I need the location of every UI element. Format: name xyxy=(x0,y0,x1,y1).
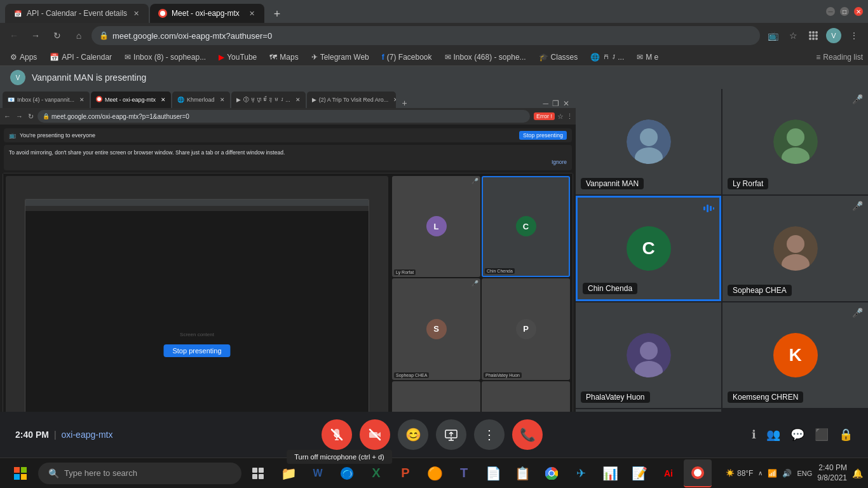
bookmark-khmer[interactable]: 🌐 ករ... xyxy=(585,51,629,63)
telegram-taskbar-icon[interactable]: ✈ xyxy=(567,459,595,487)
back-button[interactable]: ← xyxy=(5,27,23,44)
present-now-button[interactable] xyxy=(436,419,466,450)
emb-tab-2[interactable]: Meet - oxi-eapg-mtx ✕ xyxy=(91,92,171,108)
warning-text: To avoid mirroring, don't share your ent… xyxy=(9,149,567,157)
bookmark-inbox2[interactable]: ✉ Inbox (468) - sophe... xyxy=(440,51,531,63)
powerpoint-icon[interactable]: P xyxy=(391,459,419,487)
bookmark-facebook[interactable]: f (7) Facebook xyxy=(377,51,437,63)
emb-tab5-close[interactable]: ✕ xyxy=(393,97,395,103)
svg-point-56 xyxy=(694,469,702,477)
network-icon[interactable]: 📶 xyxy=(768,469,777,478)
forward-button[interactable]: → xyxy=(27,27,44,44)
profile-icon[interactable]: V xyxy=(825,27,843,44)
control-buttons: 😊 ⋮ 📞 xyxy=(322,419,543,450)
taskbar-search[interactable]: 🔍 Type here to search xyxy=(38,463,241,484)
bookmark-icon[interactable]: ☆ xyxy=(784,27,802,44)
emb-tab-3[interactable]: 🌐 Khmerload ✕ xyxy=(172,92,230,108)
reload-button[interactable]: ↻ xyxy=(48,27,66,44)
add-tab-btn[interactable]: + xyxy=(397,98,412,108)
tab2-close[interactable]: ✕ xyxy=(247,8,257,18)
telegram-icon: ✈ xyxy=(311,53,318,62)
bookmark-gmail-e[interactable]: ✉ M e xyxy=(632,51,663,63)
weather-widget[interactable]: ☀️ 88°F xyxy=(726,469,753,478)
app-icon-9[interactable]: 📋 xyxy=(508,459,536,487)
emb-restore[interactable]: ❐ xyxy=(552,99,559,108)
embedded-address[interactable]: 🔒 meet.google.com/oxi-eapg-mtx?p=1&authu… xyxy=(37,110,530,123)
meet-code: oxi-eapg-mtx xyxy=(62,430,113,440)
more-options-icon[interactable]: ⋮ xyxy=(845,27,863,44)
tab1-close[interactable]: ✕ xyxy=(131,8,141,18)
chrome-taskbar-icon[interactable] xyxy=(538,459,566,487)
maximize-button[interactable]: □ xyxy=(840,7,849,16)
emb-tab-5[interactable]: ▶ (2) A Trip To Visit Red Aro... ✕ xyxy=(307,92,396,108)
app-icon-11[interactable]: 📊 xyxy=(596,459,624,487)
activities-icon[interactable]: ⬛ xyxy=(815,428,829,442)
chrome-tab-2[interactable]: Meet - oxi-eapg-mtx ✕ xyxy=(150,4,264,23)
bookmark-classes[interactable]: 🎓 Classes xyxy=(534,51,583,63)
chrome-tab-1[interactable]: 📅 API - Calendar - Event details ✕ xyxy=(5,4,149,23)
bookmark-youtube[interactable]: ▶ YouTube xyxy=(214,51,262,63)
volume-icon[interactable]: 🔊 xyxy=(782,469,792,478)
bookmark-calendar[interactable]: 📅 API - Calendar xyxy=(44,51,117,63)
safety-icon[interactable]: 🔒 xyxy=(839,428,853,442)
participant-tile-ly: 🎤 Ly Rorfat xyxy=(722,89,868,194)
more-options-button[interactable]: ⋮ xyxy=(474,419,505,450)
app-icon-6[interactable]: 🟠 xyxy=(421,459,449,487)
emb-star[interactable]: ☆ xyxy=(557,112,564,121)
teams-icon[interactable]: T xyxy=(450,459,478,487)
app-icon-8[interactable]: 📄 xyxy=(479,459,507,487)
emb-reload[interactable]: ↻ xyxy=(27,112,35,121)
ignore-link[interactable]: Ignore xyxy=(552,158,567,166)
people-icon[interactable]: 👥 xyxy=(766,428,780,442)
emb-back[interactable]: ← xyxy=(3,112,12,120)
emb-close[interactable]: ✕ xyxy=(563,99,569,108)
vanpannit-photo xyxy=(627,119,671,164)
end-call-button[interactable]: 📞 xyxy=(512,419,543,450)
bookmark-apps[interactable]: ⚙ Apps xyxy=(5,51,42,63)
chat-icon[interactable]: 💬 xyxy=(790,428,804,442)
camera-button[interactable] xyxy=(360,419,390,450)
emb-tab-1[interactable]: 📧 Inbox (4) - vanpannit... ✕ xyxy=(3,92,90,108)
emb-forward[interactable]: → xyxy=(15,112,24,120)
reactions-button[interactable]: 😊 xyxy=(398,419,428,450)
emb-tab-4[interactable]: ▶ ③ ម្ហូបខ្មែរ... ✕ xyxy=(231,92,306,108)
app-icon-12[interactable]: 📝 xyxy=(625,459,653,487)
ly-name-badge: Ly Rorfat xyxy=(728,178,768,189)
new-tab-button[interactable]: + xyxy=(268,5,286,23)
bookmark-maps[interactable]: 🗺 Maps xyxy=(264,51,303,63)
emb-more[interactable]: ⋮ xyxy=(566,112,573,121)
emb-minimize[interactable]: ─ xyxy=(543,99,548,108)
sopheap-name-badge: Sopheap CHEA xyxy=(728,285,792,296)
reading-list[interactable]: ≡ Reading list xyxy=(816,53,863,62)
big-stop-presenting-btn[interactable]: Stop presenting xyxy=(163,344,230,357)
emb-tab3-close[interactable]: ✕ xyxy=(220,97,225,103)
emb-tab4-close[interactable]: ✕ xyxy=(295,97,301,103)
adobe-icon[interactable]: Ai xyxy=(654,459,682,487)
participant-tile-phalatey: PhalaVatey Huon xyxy=(576,302,721,408)
minimize-button[interactable]: ─ xyxy=(826,7,835,16)
bookmark-inbox1[interactable]: ✉ Inbox (8) - sopheap... xyxy=(119,51,211,63)
cast-icon[interactable]: 📺 xyxy=(764,27,782,44)
home-button[interactable]: ⌂ xyxy=(70,27,88,44)
emb-lock-icon: 🔒 xyxy=(43,113,50,119)
stop-presenting-btn-inner[interactable]: Stop presenting xyxy=(519,131,567,140)
emb-tab1-title: Inbox (4) - vanpannit... xyxy=(17,97,74,103)
address-bar[interactable]: 🔒 meet.google.com/oxi-eapg-mtx?authuser=… xyxy=(92,26,760,45)
meet-taskbar-icon[interactable] xyxy=(684,459,712,487)
mini-avatar-chin: C xyxy=(516,216,536,236)
emb-tab2-close[interactable]: ✕ xyxy=(161,97,166,103)
taskbar-clock[interactable]: 2:40 PM 9/8/2021 xyxy=(817,463,847,483)
emb-tab1-close[interactable]: ✕ xyxy=(79,97,85,103)
tray-expand[interactable]: ∧ xyxy=(758,470,763,477)
google-apps-icon[interactable] xyxy=(804,27,822,44)
svg-point-2 xyxy=(809,31,811,34)
bookmark-telegram[interactable]: ✈ Telegram Web xyxy=(306,51,374,63)
mic-button[interactable] xyxy=(322,419,352,450)
notifications-icon[interactable]: 🔔 xyxy=(852,468,863,478)
emb-tab2-favicon xyxy=(96,96,102,104)
close-button[interactable]: ✕ xyxy=(854,7,863,16)
info-icon[interactable]: ℹ xyxy=(752,428,756,442)
start-button[interactable] xyxy=(5,458,36,489)
svg-rect-19 xyxy=(703,207,705,210)
task-view-button[interactable] xyxy=(244,459,272,487)
